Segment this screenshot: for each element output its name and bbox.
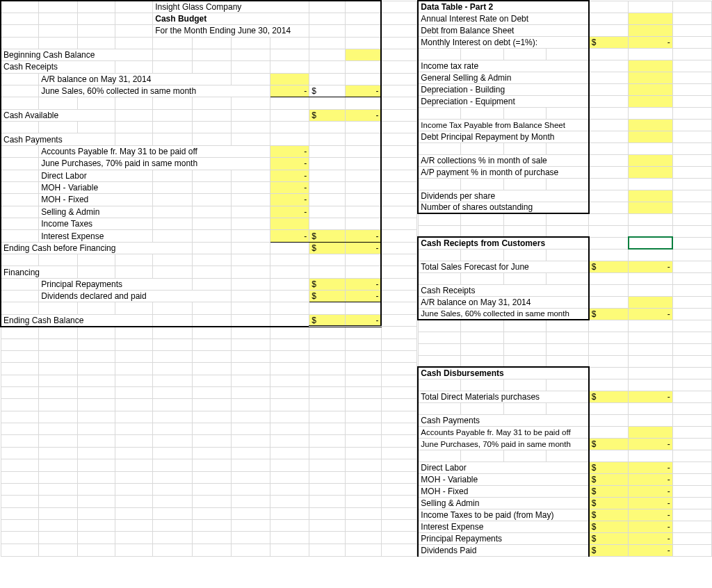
- arc-val[interactable]: [629, 154, 673, 166]
- dt2-title: Data Table - Part 2: [418, 1, 588, 13]
- dollar: $: [589, 473, 629, 485]
- principal-amount[interactable]: -: [346, 278, 382, 290]
- data-table-part2[interactable]: Data Table - Part 2 Annual Interest Rate…: [417, 0, 712, 557]
- itp-val[interactable]: [629, 119, 673, 131]
- row-end-cash-bal: Ending Cash Balance: [1, 314, 153, 326]
- dollar: $: [309, 242, 346, 254]
- row-mio: Monthly Interest on debt (=1%):: [418, 36, 588, 48]
- dl-amount[interactable]: -: [270, 170, 309, 181]
- dollar: $: [309, 314, 346, 326]
- row-itr: Income tax rate: [418, 60, 588, 72]
- row-cr: Cash Receipts: [418, 284, 588, 296]
- row-dep-b: Depreciation - Building: [418, 83, 588, 95]
- dep-e-val[interactable]: [629, 95, 673, 107]
- dps-val[interactable]: [629, 190, 673, 202]
- row-divp-r: Dividends Paid: [418, 544, 588, 556]
- tsf-val[interactable]: -: [629, 261, 673, 272]
- cash-available-amount[interactable]: -: [346, 109, 382, 121]
- ap-may31-amount[interactable]: -: [270, 145, 309, 157]
- row-begin-cash: Beginning Cash Balance: [1, 49, 153, 60]
- dbs-val[interactable]: [629, 24, 673, 36]
- dollar: $: [589, 497, 629, 509]
- itax-amount[interactable]: [270, 218, 309, 229]
- row-airod: Annual Interest Rate on Debt: [418, 13, 588, 24]
- sa-r-val[interactable]: -: [629, 497, 673, 509]
- ar-may31-r-val[interactable]: [629, 296, 673, 308]
- iexp-r-val[interactable]: -: [629, 521, 673, 532]
- row-principal: Principal Repayments: [39, 278, 192, 290]
- dollar: $: [309, 278, 346, 290]
- itr-val[interactable]: [629, 60, 673, 72]
- dividends-amount[interactable]: -: [346, 291, 382, 302]
- dep-b-val[interactable]: [629, 83, 673, 95]
- row-dprm: Debt Principal Repayment by Month: [418, 131, 588, 142]
- prin-r-val[interactable]: -: [629, 532, 673, 544]
- row-financing: Financing: [1, 266, 77, 278]
- company-name: Insight Glass Company: [153, 1, 309, 13]
- row-tsf: Total Sales Forecast for June: [418, 261, 588, 272]
- row-dl-r: Direct Labor: [418, 462, 588, 473]
- sa-amount[interactable]: -: [270, 206, 309, 218]
- row-ar-may31: A/R balance on May 31, 2014: [39, 73, 231, 85]
- moh-v-r-val[interactable]: -: [629, 473, 673, 485]
- dollar: $: [589, 544, 629, 556]
- june60-r-val[interactable]: -: [629, 308, 673, 320]
- selected-cell[interactable]: [629, 237, 673, 249]
- iexp-amount[interactable]: -: [270, 230, 309, 242]
- row-itmay: Income Taxes to be paid (from May): [418, 509, 588, 521]
- row-moh-v-r: MOH - Variable: [418, 473, 588, 485]
- nso-val[interactable]: [629, 202, 673, 213]
- ar-may31-amount[interactable]: [270, 73, 309, 85]
- dollar: $: [589, 509, 629, 521]
- period: For the Month Ending June 30, 2014: [153, 25, 309, 37]
- dollar: $: [589, 485, 629, 497]
- gsa-val[interactable]: [629, 72, 673, 83]
- dollar: $: [589, 521, 629, 532]
- row-gsa: General Selling & Admin: [418, 72, 588, 83]
- moh-v-amount[interactable]: -: [270, 181, 309, 193]
- june60-amount[interactable]: -: [270, 85, 309, 97]
- row-dbs: Debt from Balance Sheet: [418, 24, 588, 36]
- crfc-title: Cash Reciepts from Customers: [418, 237, 588, 249]
- row-cash-payments: Cash Payments: [1, 133, 115, 145]
- dollar: $: [309, 109, 346, 121]
- dl-r-val[interactable]: -: [629, 462, 673, 473]
- end-bal-amount[interactable]: -: [346, 314, 382, 326]
- row-june70: June Purchases, 70% paid in same month: [39, 158, 270, 170]
- divp-r-val[interactable]: -: [629, 544, 673, 556]
- june70-r-val[interactable]: -: [629, 438, 673, 450]
- dollar: $: [589, 261, 629, 272]
- row-sell-admin: Selling & Admin: [39, 206, 153, 218]
- row-moh-f: MOH - Fixed: [39, 194, 153, 206]
- receipts-total[interactable]: -: [346, 85, 382, 97]
- ap-may31-r-val[interactable]: [629, 426, 673, 438]
- app-val[interactable]: [629, 166, 673, 178]
- cash-budget-table[interactable]: Insight Glass Company Cash Budget For th…: [0, 0, 417, 557]
- airod-val[interactable]: [629, 13, 673, 24]
- dprm-val[interactable]: [629, 131, 673, 142]
- row-ap-may31: Accounts Payable fr. May 31 to be paid o…: [39, 145, 270, 157]
- dollar: $: [589, 391, 629, 402]
- row-app: A/P payment % in month of purchase: [418, 166, 588, 178]
- mio-val[interactable]: -: [629, 36, 673, 48]
- dollar: $: [589, 462, 629, 473]
- row-ar-may31-r: A/R balance on May 31, 2014: [418, 296, 588, 308]
- row-cp: Cash Payments: [418, 414, 588, 426]
- row-itp: Income Tax Payable from Balance Sheet: [418, 119, 588, 131]
- row-nso: Number of shares outstanding: [418, 202, 588, 213]
- payments-total[interactable]: -: [346, 230, 382, 242]
- cd-title: Cash Disbursements: [418, 367, 588, 379]
- tdm-val[interactable]: -: [629, 391, 673, 402]
- moh-f-amount[interactable]: -: [270, 194, 309, 206]
- dollar: $: [309, 230, 346, 242]
- dollar: $: [589, 308, 629, 320]
- begin-cash-amount[interactable]: [346, 49, 382, 60]
- june70-amount[interactable]: -: [270, 158, 309, 170]
- dollar: $: [589, 532, 629, 544]
- end-before-amount[interactable]: -: [346, 242, 382, 254]
- row-moh-f-r: MOH - Fixed: [418, 485, 588, 497]
- itmay-val[interactable]: -: [629, 509, 673, 521]
- moh-f-r-val[interactable]: -: [629, 485, 673, 497]
- row-cash-available: Cash Available: [1, 109, 115, 121]
- row-dividends: Dividends declared and paid: [39, 291, 231, 302]
